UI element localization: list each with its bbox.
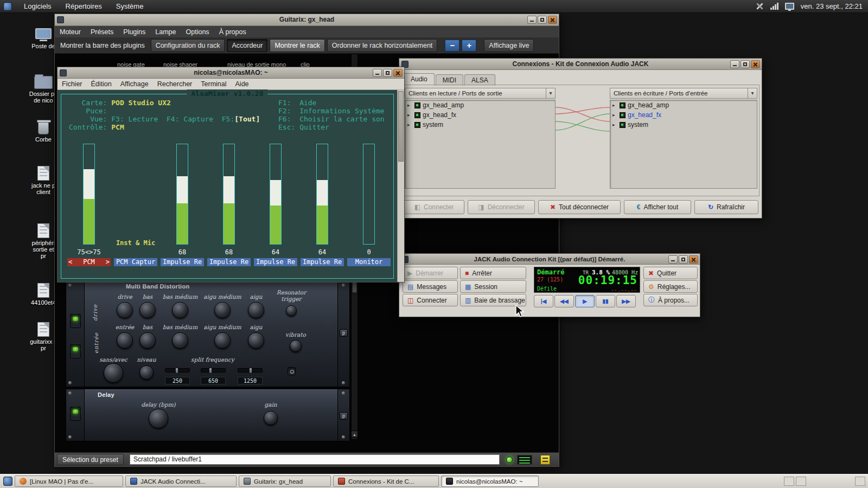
menu-fichier[interactable]: Fichier <box>58 80 87 88</box>
close-button[interactable] <box>393 69 403 77</box>
live-view-button[interactable]: Affichage live <box>484 39 534 52</box>
order-rack-button[interactable]: Ordonner le rack horizontalement <box>327 39 438 52</box>
qjackctl-titlebar[interactable]: JACK Audio Connection Kit [(par défaut)]… <box>399 254 700 265</box>
volume-bar[interactable] <box>176 144 188 245</box>
list-item-gx-head-amp[interactable]: ▸ gx_head_amp <box>610 100 757 110</box>
channel-name[interactable]: Monitor <box>347 258 391 266</box>
settings-button[interactable]: ⚙ Réglages... <box>643 280 698 293</box>
tab-alsa[interactable]: ALSA <box>464 74 495 86</box>
split-freq-slider-2[interactable] <box>201 368 226 373</box>
list-item-system[interactable]: ▸ system <box>610 120 757 130</box>
menu-terminal[interactable]: Terminal <box>196 80 231 88</box>
knob-drive[interactable] <box>117 302 133 318</box>
rack-expand-button[interactable]: + <box>462 40 476 52</box>
delay-power-switch[interactable] <box>70 407 81 421</box>
maximize-button[interactable] <box>538 16 547 24</box>
tools-icon[interactable] <box>756 2 764 10</box>
menu-aide[interactable]: Aide <box>231 80 253 88</box>
mixer-channel-impulse-re[interactable]: 64Impulse Re <box>301 142 344 268</box>
disconnect-all-button[interactable]: ✖ Tout déconnecter <box>538 200 621 214</box>
knob-vibrato[interactable] <box>290 340 302 352</box>
preset-entry[interactable]: Scratchpad / livebuffer1 <box>130 454 500 465</box>
split-freq-slider-1[interactable] <box>165 368 190 373</box>
minimize-button[interactable] <box>668 255 678 264</box>
maximize-button[interactable] <box>679 255 688 264</box>
tab-midi[interactable]: MIDI <box>436 74 463 86</box>
close-button[interactable] <box>548 16 557 24</box>
knob-aigu-medium-2[interactable] <box>214 332 231 349</box>
taskbar-item-guitarix[interactable]: Guitarix: gx_head <box>239 476 331 487</box>
expander-icon[interactable]: ▸ <box>407 122 412 127</box>
mbd-power-switch-2[interactable] <box>70 344 81 358</box>
split-freq-slider-3[interactable] <box>238 368 263 373</box>
list-item-gx-head-amp[interactable]: ▸ gx_head_amp <box>405 100 555 110</box>
mbd-small-toggle[interactable] <box>288 367 296 375</box>
readable-clients-combo[interactable]: Clients en lecture / Ports de sortie ▾ <box>405 88 556 99</box>
mixer-channel-pcm[interactable]: 75<>75<PCM> <box>67 142 111 268</box>
menu-systeme[interactable]: Système <box>116 2 144 10</box>
volume-bar[interactable] <box>223 144 235 245</box>
transport-play-button[interactable]: ▶ <box>575 295 595 307</box>
menu-logiciels[interactable]: Logiciels <box>24 2 52 10</box>
menu-presets[interactable]: Présets <box>86 28 118 36</box>
volume-bar[interactable] <box>270 144 282 245</box>
close-button[interactable] <box>751 60 760 68</box>
terminal-scrollbar-thumb[interactable] <box>398 91 404 162</box>
menu-options[interactable]: Options <box>181 28 214 36</box>
mixer-channel-pcm-captur[interactable]: Inst & MicPCM Captur <box>114 142 157 268</box>
menu-apropos[interactable]: À propos <box>214 28 251 36</box>
quit-button[interactable]: ✖ Quitter <box>643 267 698 279</box>
menu-plugins[interactable]: Plugins <box>118 28 150 36</box>
expander-icon[interactable]: ▸ <box>612 102 617 108</box>
knob-bas-1[interactable] <box>139 302 156 318</box>
distro-logo-icon[interactable] <box>3 2 12 11</box>
tray-widget[interactable] <box>796 477 806 486</box>
close-button[interactable] <box>689 255 698 264</box>
tray-widget[interactable] <box>784 477 794 486</box>
knob-sans-avec[interactable] <box>104 363 123 383</box>
volume-bar[interactable] <box>83 144 95 245</box>
taskbar-menu-icon[interactable] <box>3 477 12 486</box>
expander-icon[interactable]: ▸ <box>407 102 412 108</box>
volume-bar[interactable] <box>316 144 328 245</box>
knob-niveau[interactable] <box>139 365 154 380</box>
volume-bar[interactable] <box>363 144 375 245</box>
expander-icon[interactable]: ▸ <box>612 112 617 118</box>
knob-bas-medium-2[interactable] <box>172 332 188 349</box>
show-rack-button[interactable]: Montrer le rack <box>270 39 324 52</box>
maximize-button[interactable] <box>741 60 750 68</box>
mixer-channel-impulse-re[interactable]: 68Impulse Re <box>207 142 251 268</box>
list-item-system[interactable]: ▸ system <box>405 120 555 130</box>
transport-rewind-button[interactable]: ◀◀ <box>554 295 574 307</box>
channel-name[interactable]: <PCM> <box>67 258 111 266</box>
terminal-titlebar[interactable]: nicolas@nicolasMAO: ~ <box>58 67 404 79</box>
terminal-content[interactable]: AlsaMixer v1.0.28 Carte: POD Studio UX2 … <box>58 90 397 282</box>
menu-rechercher[interactable]: Rechercher <box>153 80 197 88</box>
menu-repertoires[interactable]: Répertoires <box>66 2 102 10</box>
knob-aigu-2[interactable] <box>248 332 264 349</box>
minimize-button[interactable] <box>730 60 739 68</box>
display-icon[interactable] <box>785 3 794 10</box>
list-item-gx-head-fx[interactable]: ▸ gx_head_fx <box>405 110 555 120</box>
logo-icon[interactable] <box>540 455 550 465</box>
mbd-preset-button[interactable]: p <box>340 329 348 337</box>
channel-name[interactable]: Impulse Re <box>301 258 344 266</box>
expander-icon[interactable]: ▸ <box>612 122 617 127</box>
split-freq-value-2[interactable]: 650 <box>201 377 226 384</box>
session-button[interactable]: ▦ Session <box>460 280 526 293</box>
knob-aigu-1[interactable] <box>248 302 264 318</box>
minimize-button[interactable] <box>373 69 382 77</box>
split-freq-value-3[interactable]: 1250 <box>238 377 263 384</box>
output-ports-list[interactable]: ▸ gx_head_amp ▸ gx_head_fx ▸ system <box>405 100 556 189</box>
menu-moteur[interactable]: Moteur <box>55 28 86 36</box>
menu-affichage[interactable]: Affichage <box>116 80 153 88</box>
connect-button[interactable]: ◧ Connecter <box>404 200 464 214</box>
transport-begin-button[interactable]: |◀ <box>534 295 553 307</box>
split-freq-value-1[interactable]: 250 <box>165 377 190 384</box>
maximize-button[interactable] <box>383 69 392 77</box>
taskbar-item-browser[interactable]: [Linux MAO | Pas d'e... <box>15 476 123 487</box>
disconnect-button[interactable]: ◨ Déconnecter <box>468 200 535 214</box>
taskbar-item-terminal[interactable]: nicolas@nicolasMAO: ~ <box>441 476 539 487</box>
taskbar-item-connections[interactable]: Connexions - Kit de C... <box>333 476 439 487</box>
preset-selection-label[interactable]: Sélection du preset <box>57 454 124 465</box>
